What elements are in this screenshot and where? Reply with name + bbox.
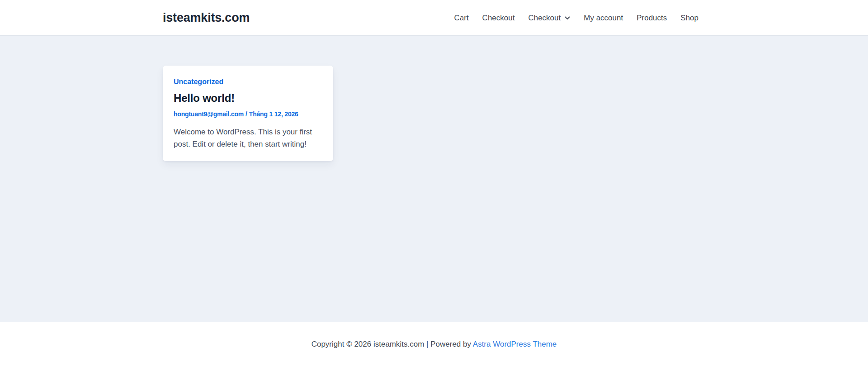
site-footer: Copyright © 2026 isteamkits.com | Powere… bbox=[0, 322, 868, 367]
post-date-link[interactable]: Tháng 1 12, 2026 bbox=[249, 110, 298, 118]
nav-item-products: Products bbox=[630, 0, 674, 36]
nav-link-shop[interactable]: Shop bbox=[674, 0, 705, 36]
main-nav-list: Cart Checkout Checkout bbox=[447, 0, 705, 36]
footer-theme-link[interactable]: Astra WordPress Theme bbox=[473, 340, 557, 348]
nav-link-products[interactable]: Products bbox=[630, 0, 674, 36]
post-category-link[interactable]: Uncategorized bbox=[174, 78, 223, 86]
post-excerpt: Welcome to WordPress. This is your first… bbox=[174, 126, 322, 150]
post-title-link[interactable]: Hello world! bbox=[174, 92, 235, 104]
main-nav: Cart Checkout Checkout bbox=[447, 0, 705, 36]
post-author-link[interactable]: hongtuant9@gmail.com bbox=[174, 110, 244, 118]
post-title: Hello world! bbox=[174, 91, 322, 105]
post-card: Uncategorized Hello world! hongtuant9@gm… bbox=[163, 66, 333, 161]
nav-link-my-account[interactable]: My account bbox=[577, 0, 630, 36]
meta-separator: / bbox=[245, 110, 247, 118]
site-title-link[interactable]: isteamkits.com bbox=[163, 11, 250, 24]
nav-item-cart: Cart bbox=[447, 0, 475, 36]
nav-item-checkout: Checkout bbox=[476, 0, 522, 36]
nav-link-checkout-dropdown[interactable]: Checkout bbox=[521, 0, 577, 36]
chevron-down-icon bbox=[565, 16, 570, 20]
nav-item-shop: Shop bbox=[674, 0, 705, 36]
nav-item-my-account: My account bbox=[577, 0, 630, 36]
nav-link-label: Checkout bbox=[528, 0, 561, 36]
page-content: Uncategorized Hello world! hongtuant9@gm… bbox=[0, 36, 868, 322]
nav-link-cart[interactable]: Cart bbox=[447, 0, 475, 36]
nav-item-checkout-dropdown: Checkout bbox=[521, 0, 577, 36]
site-header: isteamkits.com Cart Checkout Checkout bbox=[0, 0, 868, 36]
site-title: isteamkits.com bbox=[163, 11, 250, 25]
post-meta: hongtuant9@gmail.com/Tháng 1 12, 2026 bbox=[174, 110, 322, 118]
nav-link-checkout[interactable]: Checkout bbox=[476, 0, 522, 36]
footer-copyright: Copyright © 2026 isteamkits.com | Powere… bbox=[311, 340, 557, 349]
post-category: Uncategorized bbox=[174, 77, 322, 86]
footer-copyright-text: Copyright © 2026 isteamkits.com | Powere… bbox=[311, 340, 473, 348]
